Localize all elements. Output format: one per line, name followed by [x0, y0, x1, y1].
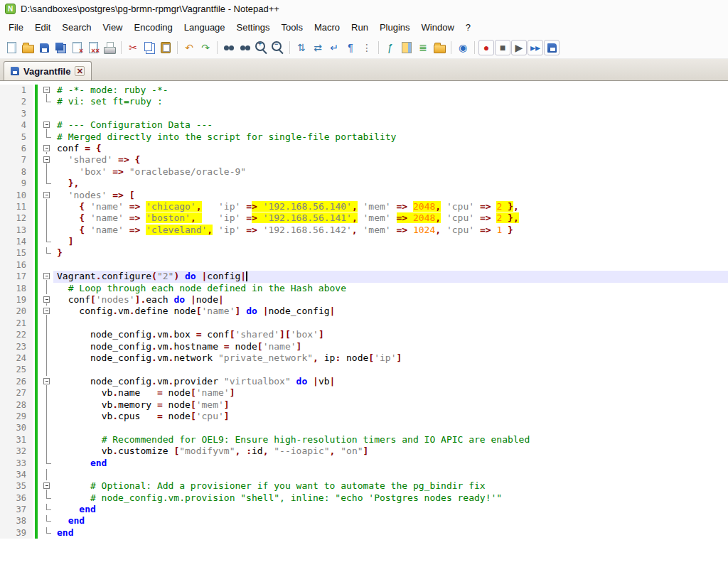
menu-window[interactable]: Window: [416, 19, 460, 36]
code-line[interactable]: 9 },: [0, 178, 728, 189]
code-line[interactable]: 24 node_config.vm.network "private_netwo…: [0, 352, 728, 364]
code-text[interactable]: # -*- mode: ruby -*-: [53, 85, 728, 96]
code-text[interactable]: node_config.vm.provider "virtualbox" do …: [53, 376, 728, 387]
code-text[interactable]: conf['nodes'].each do |node|: [53, 294, 728, 306]
code-text[interactable]: 'shared' => {: [53, 154, 728, 166]
code-line[interactable]: 30: [0, 422, 728, 433]
menu-view[interactable]: View: [97, 19, 129, 36]
code-line[interactable]: 32 vb.customize ["modifyvm", :id, "--ioa…: [0, 446, 728, 457]
code-line[interactable]: 7 'shared' => {: [0, 154, 728, 166]
fold-box-icon[interactable]: [43, 192, 50, 198]
code-text[interactable]: [53, 364, 728, 375]
code-text[interactable]: # Loop through each node defined in the …: [53, 283, 728, 294]
fold-collapse-marker[interactable]: [41, 376, 53, 387]
show-all-characters-icon[interactable]: ¶: [343, 40, 358, 55]
code-text[interactable]: [53, 318, 728, 329]
code-line[interactable]: 27 vb.name = node['name']: [0, 387, 728, 399]
save-icon[interactable]: [36, 40, 52, 55]
fold-box-icon[interactable]: [43, 273, 50, 279]
copy-icon[interactable]: [141, 40, 157, 55]
editor[interactable]: 1# -*- mode: ruby -*-2# vi: set ft=ruby …: [0, 81, 728, 571]
code-text[interactable]: # Optional: Add a provisioner if you wan…: [53, 480, 728, 492]
code-text[interactable]: { 'name' => 'boston', 'ip' => '192.168.5…: [53, 212, 728, 224]
macro-stop-icon[interactable]: ■: [495, 40, 510, 55]
fold-collapse-marker[interactable]: [41, 271, 53, 282]
menu-plugins[interactable]: Plugins: [374, 19, 416, 36]
code-line[interactable]: 33 end: [0, 458, 728, 469]
new-file-icon[interactable]: [4, 40, 19, 55]
fold-collapse-marker[interactable]: [41, 294, 53, 306]
code-text[interactable]: 'nodes' => [: [53, 190, 728, 201]
menu-search[interactable]: Search: [56, 19, 97, 36]
word-wrap-icon[interactable]: ↵: [326, 40, 342, 55]
code-text[interactable]: { 'name' => 'cleveland', 'ip' => '192.16…: [53, 225, 728, 236]
code-line[interactable]: 13 { 'name' => 'cleveland', 'ip' => '192…: [0, 225, 728, 236]
code-text[interactable]: vb.cpus = node['cpu']: [53, 411, 728, 422]
code-line[interactable]: 10 'nodes' => [: [0, 190, 728, 201]
macro-save-icon[interactable]: [544, 40, 560, 55]
code-line[interactable]: 25: [0, 364, 728, 375]
code-text[interactable]: # vi: set ft=ruby :: [53, 96, 728, 107]
menu-edit[interactable]: Edit: [29, 19, 56, 36]
code-line[interactable]: 26 node_config.vm.provider "virtualbox" …: [0, 376, 728, 387]
sync-horizontal-scroll-icon[interactable]: ⇄: [310, 40, 326, 55]
code-text[interactable]: # node_config.vm.provision "shell", inli…: [53, 492, 728, 504]
fold-collapse-marker[interactable]: [41, 143, 53, 154]
code-line[interactable]: 21: [0, 318, 728, 329]
code-line[interactable]: 2# vi: set ft=ruby :: [0, 96, 728, 107]
menu-file[interactable]: File: [3, 19, 29, 36]
code-line[interactable]: 12 { 'name' => 'boston', 'ip' => '192.16…: [0, 212, 728, 224]
menu-tools[interactable]: Tools: [276, 19, 309, 36]
code-text[interactable]: vb.memory = node['mem']: [53, 399, 728, 411]
code-line[interactable]: 35 # Optional: Add a provisioner if you …: [0, 480, 728, 492]
code-line[interactable]: 11 { 'name' => 'chicago', 'ip' => '192.1…: [0, 201, 728, 212]
folder-as-workspace-icon[interactable]: [432, 40, 447, 55]
fold-box-icon[interactable]: [43, 87, 50, 93]
menu-run[interactable]: Run: [346, 19, 374, 36]
tab-vagrantfile[interactable]: Vagrantfile ✕: [4, 61, 92, 80]
code-text[interactable]: end: [53, 504, 728, 515]
function-list-icon[interactable]: ƒ: [382, 40, 398, 55]
code-line[interactable]: 29 vb.cpus = node['cpu']: [0, 411, 728, 422]
code-line[interactable]: 31 # Recommended for OEL9: Ensure high-r…: [0, 434, 728, 446]
replace-icon[interactable]: [237, 40, 253, 55]
monitoring-eye-icon[interactable]: ◉: [455, 40, 471, 55]
code-text[interactable]: # --- Configuration Data ---: [53, 119, 728, 131]
fold-collapse-marker[interactable]: [41, 190, 53, 201]
code-text[interactable]: end: [53, 458, 728, 469]
fold-box-icon[interactable]: [43, 482, 50, 489]
code-text[interactable]: vb.name = node['name']: [53, 387, 728, 399]
code-line[interactable]: 8 'box' => "oraclebase/oracle-9": [0, 166, 728, 178]
fold-box-icon[interactable]: [43, 308, 50, 314]
code-line[interactable]: 28 vb.memory = node['mem']: [0, 399, 728, 411]
code-text[interactable]: { 'name' => 'chicago', 'ip' => '192.168.…: [53, 201, 728, 212]
menu-encoding[interactable]: Encoding: [129, 19, 178, 36]
menu-settings[interactable]: Settings: [231, 19, 276, 36]
code-line[interactable]: 6conf = {: [0, 143, 728, 154]
fold-collapse-marker[interactable]: [41, 119, 53, 131]
code-text[interactable]: node_config.vm.hostname = node['name']: [53, 341, 728, 352]
sync-vertical-scroll-icon[interactable]: ⇅: [294, 40, 309, 55]
fold-box-icon[interactable]: [43, 122, 50, 128]
code-text[interactable]: Vagrant.configure("2") do |config|: [53, 271, 728, 282]
code-line[interactable]: 5# Merged directly into the script for s…: [0, 131, 728, 143]
show-indent-guide-icon[interactable]: ⋮: [359, 40, 375, 55]
code-text[interactable]: [53, 469, 728, 480]
code-line[interactable]: 34: [0, 469, 728, 480]
find-icon[interactable]: [221, 40, 237, 55]
code-line[interactable]: 19 conf['nodes'].each do |node|: [0, 294, 728, 306]
undo-icon[interactable]: ↶: [181, 40, 197, 55]
menu-macro[interactable]: Macro: [309, 19, 346, 36]
code-text[interactable]: ]: [53, 236, 728, 247]
macro-play-icon[interactable]: ▶: [511, 40, 527, 55]
code-text[interactable]: # Merged directly into the script for si…: [53, 131, 728, 143]
code-line[interactable]: 4# --- Configuration Data ---: [0, 119, 728, 131]
fold-box-icon[interactable]: [43, 156, 50, 163]
code-text[interactable]: [53, 259, 728, 271]
code-line[interactable]: 14 ]: [0, 236, 728, 247]
code-line[interactable]: 16: [0, 259, 728, 271]
code-text[interactable]: node_config.vm.network "private_network"…: [53, 352, 728, 364]
code-text[interactable]: [53, 108, 728, 119]
fold-collapse-marker[interactable]: [41, 480, 53, 492]
fold-box-icon[interactable]: [43, 296, 50, 303]
